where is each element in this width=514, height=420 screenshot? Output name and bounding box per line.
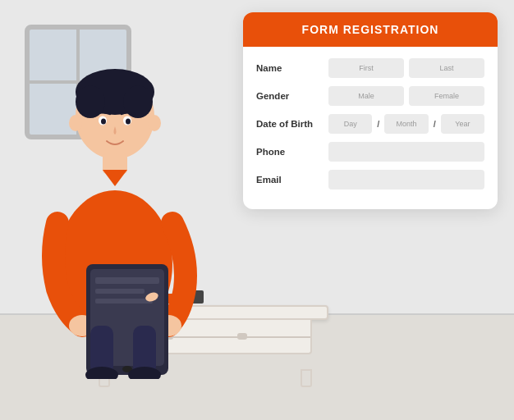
gender-male-text: Male bbox=[358, 92, 374, 100]
form-body: Name First Last Gender Male bbox=[243, 47, 498, 209]
gender-label: Gender bbox=[256, 91, 322, 101]
name-row: Name First Last bbox=[256, 58, 484, 78]
email-input[interactable] bbox=[328, 170, 484, 189]
last-name-input[interactable]: Last bbox=[409, 58, 484, 78]
last-name-placeholder: Last bbox=[439, 64, 453, 72]
dob-label: Date of Birth bbox=[256, 119, 322, 129]
character bbox=[8, 51, 238, 379]
dob-year-input[interactable]: Year bbox=[441, 114, 484, 134]
svg-rect-18 bbox=[95, 299, 153, 304]
gender-female-input[interactable]: Female bbox=[409, 86, 484, 106]
dob-day-placeholder: Day bbox=[344, 120, 357, 128]
dob-month-input[interactable]: Month bbox=[384, 114, 428, 134]
phone-input[interactable] bbox=[328, 142, 484, 162]
name-fields: First Last bbox=[328, 58, 484, 78]
first-name-input[interactable]: First bbox=[328, 58, 404, 78]
dob-fields: Day / Month / Year bbox=[328, 114, 484, 134]
drawer-knob-right bbox=[237, 333, 247, 340]
table-leg-right bbox=[301, 369, 312, 387]
svg-point-7 bbox=[101, 119, 106, 125]
gender-fields: Male Female bbox=[328, 86, 484, 106]
dob-day-input[interactable]: Day bbox=[328, 114, 372, 134]
dob-separator-1: / bbox=[377, 119, 379, 129]
form-panel: FORM REGISTRATION Name First Last Gender bbox=[243, 12, 498, 209]
svg-point-8 bbox=[126, 119, 131, 125]
svg-point-10 bbox=[148, 115, 161, 131]
email-label: Email bbox=[256, 175, 322, 185]
gender-male-input[interactable]: Male bbox=[328, 86, 404, 106]
name-label: Name bbox=[256, 63, 322, 73]
svg-rect-16 bbox=[95, 277, 159, 284]
email-fields bbox=[328, 170, 484, 189]
form-header: FORM REGISTRATION bbox=[243, 12, 498, 47]
dob-separator-2: / bbox=[434, 119, 436, 129]
svg-rect-17 bbox=[95, 289, 145, 294]
first-name-placeholder: First bbox=[359, 64, 374, 72]
dob-month-placeholder: Month bbox=[397, 120, 417, 128]
dob-year-placeholder: Year bbox=[455, 120, 470, 128]
phone-row: Phone bbox=[256, 142, 484, 162]
gender-female-text: Female bbox=[434, 92, 459, 100]
gender-row: Gender Male Female bbox=[256, 86, 484, 106]
character-illustration bbox=[8, 34, 238, 379]
email-row: Email bbox=[256, 170, 484, 189]
scene: FORM REGISTRATION Name First Last Gender bbox=[0, 0, 514, 420]
dob-row: Date of Birth Day / Month / Year bbox=[256, 114, 484, 134]
phone-fields bbox=[328, 142, 484, 162]
phone-label: Phone bbox=[256, 147, 322, 157]
form-title: FORM REGISTRATION bbox=[302, 23, 439, 36]
svg-point-9 bbox=[69, 115, 82, 131]
